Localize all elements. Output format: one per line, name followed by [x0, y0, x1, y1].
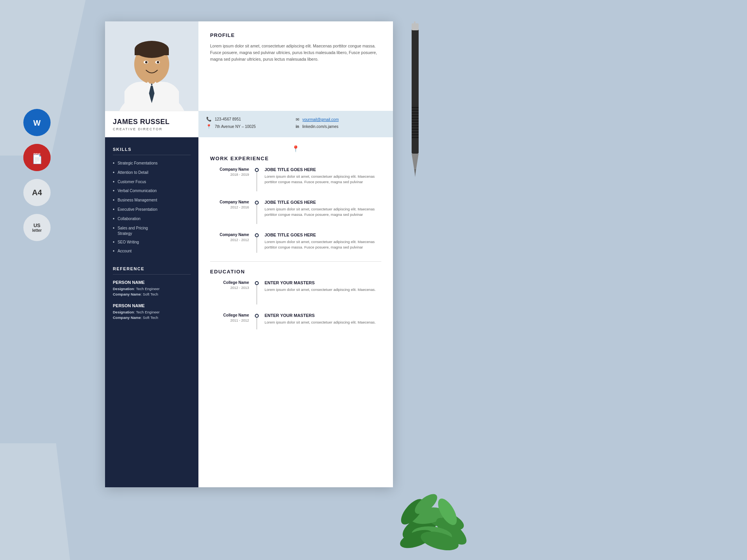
edu-line-1	[256, 285, 257, 304]
svg-text:📄: 📄	[32, 154, 43, 164]
email-address: yourmail@gmail.com	[302, 117, 339, 122]
work-company-2: Company Name 2012 - 2016	[210, 200, 249, 224]
resume-main-content: 📍 WORK EXPERIENCE Company Name 2018 - 20…	[198, 137, 393, 487]
a4-label: A4	[32, 188, 42, 197]
name-contact-bar: JAMES RUSSEL CREATIVE DIRECTOR 📞 123-456…	[105, 111, 393, 137]
edu-dot-2	[255, 314, 259, 318]
education-details-1: ENTER YOUR MASTERS Lorem ipsum dolor sit…	[265, 280, 381, 304]
skill-item: Attention to Detail	[113, 170, 191, 176]
svg-rect-34	[412, 23, 419, 30]
word-icon[interactable]: W	[23, 109, 51, 136]
svg-point-16	[157, 61, 159, 63]
profile-section: PROFILE Lorem ipsum dolor sit amet, cons…	[198, 21, 393, 111]
work-experience-header: WORK EXPERIENCE	[210, 156, 381, 161]
job-desc-1: Lorem ipsum dolor sit amet, consectetuer…	[265, 174, 381, 185]
email-contact: ✉ yourmail@gmail.com	[296, 117, 385, 122]
reference-section-title: REFERENCE	[113, 266, 191, 275]
resume-body: SKILLS Strategic Fomentations Attention …	[105, 137, 393, 487]
job-desc-2: Lorem ipsum dolor sit amet, consectetuer…	[265, 206, 381, 218]
work-company-3: Company Name 2012 - 2012	[210, 233, 249, 253]
degree-desc-1: Lorem ipsum dolor sit amet, consectetuer…	[265, 287, 381, 292]
ref-designation-2: Designation: Tech Engineer	[113, 310, 191, 314]
timeline-connector-3	[253, 233, 261, 253]
svg-rect-21	[412, 110, 419, 111]
pdf-icon[interactable]: PDF 📄	[23, 144, 51, 171]
ref-company-1: Company Name: Soft Tech	[113, 292, 191, 296]
skills-section-title: SKILLS	[113, 147, 191, 155]
address-contact: 📍 7th Avenue NY – 10025	[206, 124, 296, 129]
degree-title-1: ENTER YOUR MASTERS	[265, 280, 381, 285]
timeline-connector-2	[253, 200, 261, 224]
reference-person-2: PERSON NAME Designation: Tech Engineer C…	[113, 303, 191, 320]
pen-decoration	[409, 21, 422, 186]
work-details-3: JOBE TITLE GOES HERE Lorem ipsum dolor s…	[265, 233, 381, 253]
skill-item: Sales and PricingStrategy	[113, 226, 191, 236]
job-title-3: JOBE TITLE GOES HERE	[265, 233, 381, 237]
edu-dot-1	[255, 281, 259, 285]
ref-designation-1: Designation: Tech Engineer	[113, 287, 191, 291]
edu-line-2	[256, 318, 257, 329]
skill-item: Verbal Communication	[113, 188, 191, 194]
skill-item: Account	[113, 248, 191, 255]
linkedin-contact: in linkedin.com/s.james	[296, 124, 385, 129]
address-text: 7th Avenue NY – 10025	[215, 124, 256, 129]
education-item-1: College Name 2012 - 2013 ENTER YOUR MAST…	[210, 280, 381, 304]
svg-rect-29	[412, 131, 419, 133]
ref-name-1: PERSON NAME	[113, 280, 191, 285]
resume-header: PROFILE Lorem ipsum dolor sit amet, cons…	[105, 21, 393, 111]
person-name: JAMES RUSSEL	[113, 118, 191, 126]
svg-rect-30	[412, 134, 419, 135]
bg-shape-bottom-left	[0, 443, 70, 560]
education-item-2: College Name 2011 - 2012 ENTER YOUR MAST…	[210, 313, 381, 329]
a4-icon[interactable]: A4	[23, 179, 51, 206]
svg-rect-12	[135, 49, 169, 55]
format-icon-panel: W PDF 📄 A4 US letter	[23, 109, 51, 241]
contact-section: 📞 123-4567 8951 📍 7th Avenue NY – 10025 …	[198, 111, 393, 137]
letter-label: letter	[32, 228, 42, 233]
svg-text:W: W	[33, 119, 41, 127]
svg-rect-20	[412, 107, 419, 108]
education-timeline: College Name 2012 - 2013 ENTER YOUR MAST…	[210, 280, 381, 329]
timeline-connector-1	[253, 167, 261, 191]
person-job-title: CREATIVE DIRECTOR	[113, 127, 191, 131]
ref-company-2: Company Name: Soft Tech	[113, 315, 191, 320]
work-experience-title: WORK EXPERIENCE	[210, 156, 269, 161]
us-letter-icon[interactable]: US letter	[23, 214, 51, 241]
education-header: EDUCATION	[210, 269, 381, 275]
contact-left: 📞 123-4567 8951 📍 7th Avenue NY – 10025	[206, 117, 296, 131]
email-icon: ✉	[296, 117, 299, 122]
timeline-dot-1	[255, 168, 259, 172]
resume-sidebar: SKILLS Strategic Fomentations Attention …	[105, 137, 198, 487]
profile-heading: PROFILE	[210, 32, 381, 38]
name-section: JAMES RUSSEL CREATIVE DIRECTOR	[105, 111, 198, 137]
timeline-line-3	[256, 237, 257, 253]
reference-section: REFERENCE PERSON NAME Designation: Tech …	[113, 266, 191, 320]
section-divider	[210, 261, 381, 262]
svg-rect-22	[412, 112, 419, 114]
work-details-1: JOBE TITLE GOES HERE Lorem ipsum dolor s…	[265, 167, 381, 191]
skill-item: Strategic Fomentations	[113, 161, 191, 167]
skill-item: Business Management	[113, 198, 191, 204]
phone-number: 123-4567 8951	[215, 117, 241, 121]
phone-icon: 📞	[206, 117, 212, 122]
svg-rect-31	[412, 137, 419, 138]
edu-connector-2	[253, 313, 261, 329]
profile-photo	[105, 21, 198, 111]
profile-description: Lorem ipsum dolor sit amet, consectetuer…	[210, 43, 381, 62]
svg-rect-23	[412, 115, 419, 116]
svg-rect-24	[412, 118, 419, 119]
education-college-1: College Name 2012 - 2013	[210, 280, 249, 304]
svg-rect-25	[412, 121, 419, 122]
skill-item: Collaboration	[113, 216, 191, 222]
skill-item: SEO Writing	[113, 240, 191, 246]
contact-right: ✉ yourmail@gmail.com in linkedin.com/s.j…	[296, 117, 385, 131]
linkedin-url: linkedin.com/s.james	[302, 124, 338, 129]
work-details-2: JOBE TITLE GOES HERE Lorem ipsum dolor s…	[265, 200, 381, 224]
edu-connector-1	[253, 280, 261, 304]
location-icon: 📍	[206, 124, 212, 129]
job-title-2: JOBE TITLE GOES HERE	[265, 200, 381, 205]
degree-desc-2: Lorem ipsum dolor sit amet, consectetuer…	[265, 320, 381, 325]
svg-point-15	[145, 61, 147, 63]
ref-name-2: PERSON NAME	[113, 303, 191, 308]
skill-item: Executive Presentation	[113, 207, 191, 213]
